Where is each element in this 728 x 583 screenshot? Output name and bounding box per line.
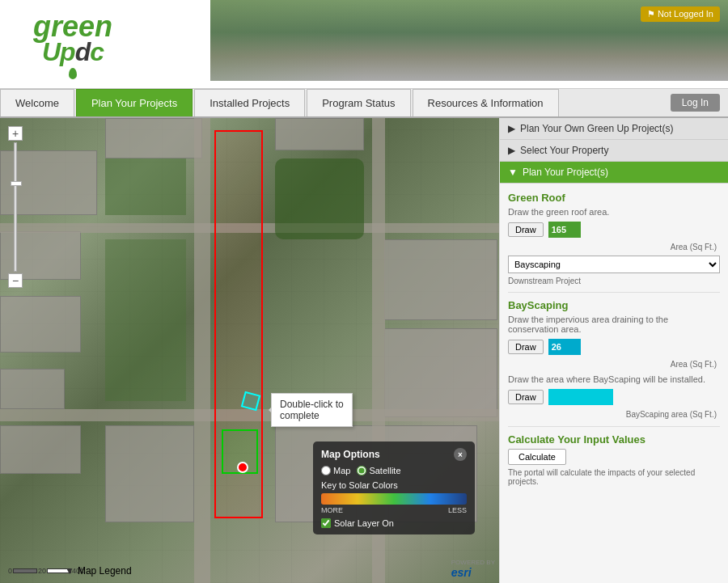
bayscaping-desc: Draw the impervious area draining to the… bbox=[508, 315, 720, 334]
bayscaping-draw-button-2[interactable]: Draw bbox=[508, 390, 544, 404]
green-roof-title: Green Roof bbox=[508, 192, 720, 204]
tab-welcome[interactable]: Welcome bbox=[0, 89, 74, 116]
scale-20: 20 bbox=[38, 567, 46, 575]
solar-more-label: MORE bbox=[321, 506, 343, 514]
logo-drop bbox=[69, 68, 77, 79]
map-legend-icon: ▼ bbox=[65, 565, 74, 577]
main-content: Double-click to complete + − Map Options… bbox=[0, 118, 728, 583]
green-roof-dropdown[interactable]: Bayscaping Option 2 bbox=[508, 256, 720, 273]
panel-section-plan-own[interactable]: ▶ Plan Your Own Green Up Project(s) bbox=[500, 118, 728, 140]
solar-layer-label: Solar Layer On bbox=[334, 518, 394, 528]
map-options-panel: Map Options × Map Satellite Key to Solar… bbox=[313, 441, 475, 534]
section2-label: Select Your Property bbox=[520, 145, 608, 156]
green-roof-desc: Draw the green roof area. bbox=[508, 207, 720, 217]
zoom-slider[interactable]: + − bbox=[8, 126, 23, 288]
building-6 bbox=[105, 118, 202, 158]
map-radio-input[interactable] bbox=[321, 466, 331, 475]
building-4 bbox=[0, 369, 65, 409]
nav-bar: Welcome Plan Your Projects Installed Pro… bbox=[0, 89, 728, 118]
building-7 bbox=[275, 118, 364, 150]
road-vertical-1 bbox=[194, 118, 210, 583]
building-10 bbox=[384, 239, 497, 320]
green-roof-draw-button[interactable]: Draw bbox=[508, 222, 544, 237]
panel-section-plan-projects[interactable]: ▼ Plan Your Project(s) bbox=[500, 162, 728, 184]
plan-project-content: Green Roof Draw the green roof area. Dra… bbox=[500, 184, 728, 494]
solar-layer-checkbox[interactable] bbox=[321, 518, 331, 528]
building-3 bbox=[0, 296, 81, 353]
map-type-selector: Map Satellite bbox=[321, 466, 467, 475]
bayscaping-area-bar bbox=[548, 389, 613, 405]
panel-section-select-property[interactable]: ▶ Select Your Property bbox=[500, 140, 728, 162]
section1-label: Plan Your Own Green Up Project(s) bbox=[520, 123, 673, 134]
solar-labels: MORE LESS bbox=[321, 506, 467, 514]
tooltip-line2: complete bbox=[280, 410, 344, 421]
tab-installed-projects[interactable]: Installed Projects bbox=[194, 89, 305, 116]
tab-program-status[interactable]: Program Status bbox=[307, 89, 410, 116]
building-11 bbox=[384, 328, 497, 417]
map-legend-button[interactable]: ▼ Map Legend bbox=[65, 565, 132, 577]
red-dot-marker bbox=[237, 462, 248, 473]
header: green Updc Not Logged In bbox=[0, 0, 728, 89]
calculate-button[interactable]: Calculate bbox=[508, 449, 566, 465]
bayscaping-draw-row-2: Draw bbox=[508, 389, 720, 405]
not-logged-in-badge: Not Logged In bbox=[641, 6, 720, 22]
solar-layer-toggle[interactable]: Solar Layer On bbox=[321, 518, 467, 528]
esri-name: esri bbox=[451, 566, 495, 579]
calculate-title: Calculate Your Input Values bbox=[508, 433, 720, 446]
arrow-icon-3: ▼ bbox=[508, 167, 518, 178]
esri-logo: POWERED BY esri bbox=[451, 559, 495, 579]
powered-by-label: POWERED BY bbox=[451, 559, 495, 566]
satellite-radio-label: Satellite bbox=[369, 466, 400, 475]
zoom-track[interactable] bbox=[14, 142, 17, 272]
arrow-icon-1: ▶ bbox=[508, 123, 515, 134]
solar-less-label: LESS bbox=[448, 506, 467, 514]
bayscaping-draw-button-1[interactable]: Draw bbox=[508, 340, 544, 354]
green-roof-dropdown-row: Bayscaping Option 2 bbox=[508, 256, 720, 273]
map-options-close-button[interactable]: × bbox=[454, 448, 467, 461]
right-panel: ▶ Plan Your Own Green Up Project(s) ▶ Se… bbox=[499, 118, 728, 583]
building-9 bbox=[105, 425, 194, 522]
green-roof-value-bar: 165 bbox=[548, 222, 581, 238]
tab-plan-projects[interactable]: Plan Your Projects bbox=[76, 89, 193, 116]
arrow-icon-2: ▶ bbox=[508, 145, 515, 156]
bayscaping-desc-2: Draw the area where BayScaping will be i… bbox=[508, 374, 720, 384]
tab-resources[interactable]: Resources & Information bbox=[413, 89, 559, 116]
bayscaping-value-bar: 26 bbox=[548, 339, 581, 355]
map-radio-label: Map bbox=[333, 466, 350, 475]
satellite-radio-item[interactable]: Satellite bbox=[357, 466, 400, 475]
section3-label: Plan Your Project(s) bbox=[523, 167, 608, 178]
calculate-section: Calculate Your Input Values Calculate Th… bbox=[508, 433, 720, 486]
login-button[interactable]: Log In bbox=[671, 94, 720, 112]
downstream-label: Downstream Project bbox=[508, 277, 720, 285]
building-5 bbox=[0, 425, 81, 474]
map-radio-item[interactable]: Map bbox=[321, 466, 350, 475]
map-legend-label: Map Legend bbox=[78, 565, 132, 577]
map-area[interactable]: Double-click to complete + − Map Options… bbox=[0, 118, 499, 583]
grass-2 bbox=[105, 239, 186, 401]
zoom-handle[interactable] bbox=[11, 181, 22, 186]
divider-1 bbox=[508, 292, 720, 293]
logo: green Updc bbox=[8, 4, 138, 85]
green-roof-area-label: Area (Sq Ft.) bbox=[671, 243, 717, 251]
satellite-radio-input[interactable] bbox=[357, 466, 366, 475]
scale-0: 0 bbox=[8, 567, 12, 575]
map-options-header: Map Options × bbox=[321, 448, 467, 461]
bayscaping-title: BayScaping bbox=[508, 299, 720, 311]
tooltip-line1: Double-click to bbox=[280, 399, 344, 410]
solar-gradient-bar bbox=[321, 493, 467, 505]
calculate-desc: The portal will calculate the impacts of… bbox=[508, 468, 720, 486]
divider-2 bbox=[508, 426, 720, 427]
bayscaping-area-label-2: BayScaping area (Sq Ft.) bbox=[626, 410, 717, 419]
green-roof-draw-row: Draw 165 bbox=[508, 222, 720, 238]
bayscaping-area-label-1: Area (Sq Ft.) bbox=[671, 360, 717, 369]
zoom-out-button[interactable]: − bbox=[8, 273, 23, 288]
map-options-title: Map Options bbox=[321, 449, 380, 460]
map-tooltip: Double-click to complete bbox=[271, 393, 353, 427]
scale-seg-1 bbox=[13, 568, 37, 573]
bayscaping-draw-row-1: Draw 26 bbox=[508, 339, 720, 355]
trees bbox=[275, 158, 364, 239]
logo-updc: Updc bbox=[42, 37, 104, 67]
grass-1 bbox=[105, 158, 186, 215]
solar-key-label: Key to Solar Colors bbox=[321, 480, 467, 490]
zoom-in-button[interactable]: + bbox=[8, 126, 23, 141]
